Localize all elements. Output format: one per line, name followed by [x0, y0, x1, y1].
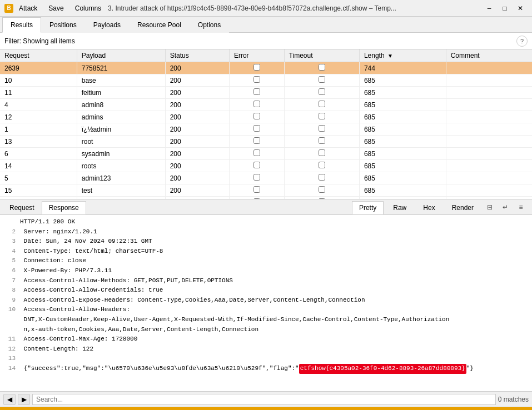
cell-payload: feitium [77, 87, 165, 99]
timeout-checkbox[interactable] [319, 101, 325, 107]
statusbar-progress [0, 407, 532, 410]
response-line: 11 Access-Control-Max-Age: 1728000 [4, 334, 528, 344]
table-row[interactable]: 12admins200685 [0, 111, 532, 123]
search-input[interactable] [32, 394, 496, 405]
error-checkbox[interactable] [253, 76, 260, 83]
wrap-button[interactable]: ↵ [499, 202, 512, 213]
line-text: Content-Length: 122 [20, 344, 93, 354]
cell-request: 12 [0, 111, 77, 123]
tab-payloads[interactable]: Payloads [85, 17, 129, 33]
cell-comment [446, 172, 532, 184]
error-checkbox[interactable] [253, 113, 260, 119]
cell-request: 14 [0, 160, 77, 172]
results-table: Request Payload Status Error Timeout Len… [0, 49, 532, 199]
cell-comment [446, 62, 532, 74]
line-number: 13 [4, 354, 16, 364]
timeout-checkbox[interactable] [319, 162, 325, 168]
error-checkbox[interactable] [253, 101, 260, 107]
view-tab-hex[interactable]: Hex [416, 201, 442, 214]
col-header-payload[interactable]: Payload [77, 49, 165, 62]
timeout-checkbox[interactable] [319, 174, 325, 181]
tab-positions[interactable]: Positions [41, 17, 85, 33]
response-line: 10 Access-Control-Allow-Headers: [4, 305, 528, 315]
menu-attack[interactable]: Attack [17, 3, 39, 13]
cell-request: 6 [0, 148, 77, 160]
col-header-comment[interactable]: Comment [446, 49, 532, 62]
cell-request: 13 [0, 136, 77, 148]
col-header-status[interactable]: Status [165, 49, 229, 62]
table-row[interactable]: 4admin8200685 [0, 99, 532, 111]
timeout-checkbox[interactable] [319, 149, 325, 156]
tab-response[interactable]: Response [42, 201, 86, 214]
next-button[interactable]: ▶ [18, 394, 30, 405]
main-container: Results Positions Payloads Resource Pool… [0, 17, 532, 410]
cell-payload: ï¿½admin [77, 123, 165, 136]
timeout-checkbox[interactable] [319, 88, 325, 95]
copy-button[interactable]: ⊟ [483, 202, 496, 213]
error-checkbox[interactable] [253, 162, 260, 168]
tab-options[interactable]: Options [190, 17, 229, 33]
col-header-timeout[interactable]: Timeout [284, 49, 359, 62]
table-row[interactable]: 14roots200685 [0, 160, 532, 172]
line-number [4, 315, 16, 325]
help-button[interactable]: ? [516, 36, 528, 47]
cell-error [229, 123, 284, 136]
error-checkbox[interactable] [253, 64, 260, 71]
timeout-checkbox[interactable] [319, 137, 325, 144]
error-checkbox[interactable] [253, 137, 260, 144]
cell-timeout [284, 99, 359, 111]
prev-button[interactable]: ◀ [3, 394, 16, 405]
cell-timeout [284, 62, 359, 74]
close-button[interactable]: ✕ [513, 3, 528, 14]
tab-results[interactable]: Results [2, 17, 41, 33]
matches-label: 0 matches [498, 396, 529, 403]
menu-button[interactable]: ≡ [514, 202, 528, 213]
cell-request: 5 [0, 172, 77, 184]
timeout-checkbox[interactable] [319, 125, 325, 132]
timeout-checkbox[interactable] [319, 64, 325, 71]
col-header-error[interactable]: Error [229, 49, 284, 62]
cell-comment [446, 99, 532, 111]
cell-timeout [284, 160, 359, 172]
table-row[interactable]: 10base200685 [0, 74, 532, 87]
cell-timeout [284, 111, 359, 123]
menu-save[interactable]: Save [46, 3, 66, 13]
table-row[interactable]: 26397758521200744 [0, 62, 532, 74]
menu-columns[interactable]: Columns [73, 3, 103, 13]
col-header-request[interactable]: Request [0, 49, 77, 62]
flag-text: ctfshow{c4305a02-36f0-4d62-8893-26a87dd8… [299, 364, 466, 374]
table-row[interactable]: 5admin123200685 [0, 172, 532, 184]
line-number: 3 [4, 237, 16, 247]
cell-comment [446, 160, 532, 172]
error-checkbox[interactable] [253, 186, 260, 193]
error-checkbox[interactable] [253, 174, 260, 181]
table-row[interactable]: 1ï¿½admin200685 [0, 123, 532, 136]
response-line: 4 Content-Type: text/html; charset=UTF-8 [4, 247, 528, 257]
col-header-length[interactable]: Length ▼ [359, 49, 446, 62]
error-checkbox[interactable] [253, 88, 260, 95]
view-tab-render[interactable]: Render [445, 201, 481, 214]
table-row[interactable]: 13root200685 [0, 136, 532, 148]
line-text: Server: nginx/1.20.1 [20, 227, 97, 237]
table-row[interactable]: 15test200685 [0, 184, 532, 197]
statusbar [0, 407, 532, 410]
cell-timeout [284, 148, 359, 160]
cell-status: 200 [165, 160, 229, 172]
line-number: 8 [4, 286, 16, 296]
line-number [4, 325, 16, 335]
line-text: Date: Sun, 24 Nov 2024 09:22:31 GMT [20, 237, 152, 247]
timeout-checkbox[interactable] [319, 113, 325, 119]
timeout-checkbox[interactable] [319, 76, 325, 83]
view-tab-pretty[interactable]: Pretty [352, 201, 384, 214]
table-row[interactable]: 11feitium200685 [0, 87, 532, 99]
table-row[interactable]: 6sysadmin200685 [0, 148, 532, 160]
error-checkbox[interactable] [253, 125, 260, 132]
view-tab-raw[interactable]: Raw [386, 201, 414, 214]
tab-request[interactable]: Request [2, 201, 42, 214]
minimize-button[interactable]: – [482, 3, 496, 14]
maximize-button[interactable]: □ [498, 3, 512, 14]
timeout-checkbox[interactable] [319, 186, 325, 193]
tab-resource-pool[interactable]: Resource Pool [129, 17, 190, 33]
cell-request: 15 [0, 184, 77, 197]
error-checkbox[interactable] [253, 149, 260, 156]
